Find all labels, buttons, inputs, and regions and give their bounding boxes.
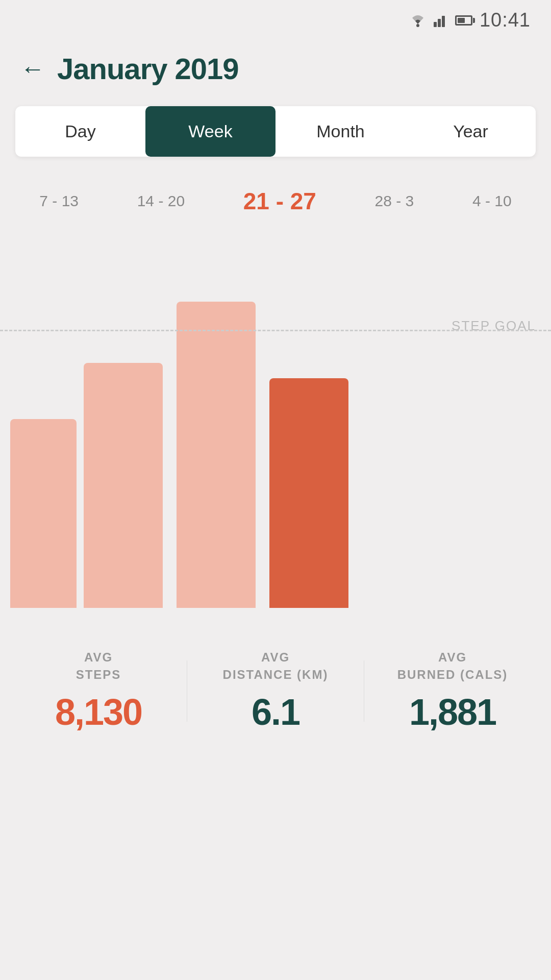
tab-bar: Day Week Month Year <box>15 106 536 157</box>
status-icons: 10:41 <box>409 9 531 31</box>
avg-steps-value: 8,130 <box>55 691 142 733</box>
stat-avg-distance: AVGDISTANCE (KM) 6.1 <box>187 649 364 733</box>
avg-distance-label: AVGDISTANCE (KM) <box>223 649 329 683</box>
avg-burned-label: AVGBURNED (CALS) <box>397 649 508 683</box>
bar-wrapper-3 <box>169 302 262 608</box>
signal-icon <box>434 14 448 27</box>
tab-year[interactable]: Year <box>406 106 536 157</box>
bar-wrapper-1 <box>10 419 77 608</box>
tab-month[interactable]: Month <box>276 106 406 157</box>
back-button[interactable]: ← <box>20 57 45 81</box>
chart-container: STEP GOAL <box>0 251 551 608</box>
bar-2 <box>84 363 163 608</box>
bar-wrapper-2 <box>77 363 169 608</box>
bars-area <box>10 261 541 608</box>
avg-burned-value: 1,881 <box>409 691 496 733</box>
tab-day[interactable]: Day <box>15 106 145 157</box>
week-14-20[interactable]: 14 - 20 <box>127 187 195 215</box>
week-7-13[interactable]: 7 - 13 <box>29 187 89 215</box>
step-goal-line <box>0 330 551 331</box>
status-bar: 10:41 <box>0 0 551 36</box>
avg-distance-value: 6.1 <box>252 691 299 733</box>
bar-wrapper-4 <box>262 378 355 608</box>
week-selector: 7 - 13 14 - 20 21 - 27 28 - 3 4 - 10 <box>0 157 551 235</box>
bar-1 <box>10 419 77 608</box>
header: ← January 2019 <box>0 36 551 106</box>
svg-point-0 <box>416 24 419 27</box>
svg-rect-1 <box>434 22 437 27</box>
wifi-icon <box>409 14 427 27</box>
svg-rect-3 <box>442 16 445 27</box>
tab-week[interactable]: Week <box>145 106 276 157</box>
page-title: January 2019 <box>57 52 239 86</box>
week-4-10[interactable]: 4 - 10 <box>462 187 522 215</box>
bar-4 <box>269 378 348 608</box>
stat-avg-burned: AVGBURNED (CALS) 1,881 <box>364 649 541 733</box>
week-21-27[interactable]: 21 - 27 <box>233 182 327 220</box>
stats-section: AVGSTEPS 8,130 AVGDISTANCE (KM) 6.1 AVGB… <box>0 618 551 753</box>
svg-rect-2 <box>438 19 441 27</box>
bar-3 <box>177 302 256 608</box>
time-display: 10:41 <box>480 9 531 31</box>
week-28-3[interactable]: 28 - 3 <box>365 187 424 215</box>
stat-avg-steps: AVGSTEPS 8,130 <box>10 649 187 733</box>
battery-icon <box>455 15 472 26</box>
step-goal-label: STEP GOAL <box>452 318 536 334</box>
avg-steps-label: AVGSTEPS <box>76 649 121 683</box>
